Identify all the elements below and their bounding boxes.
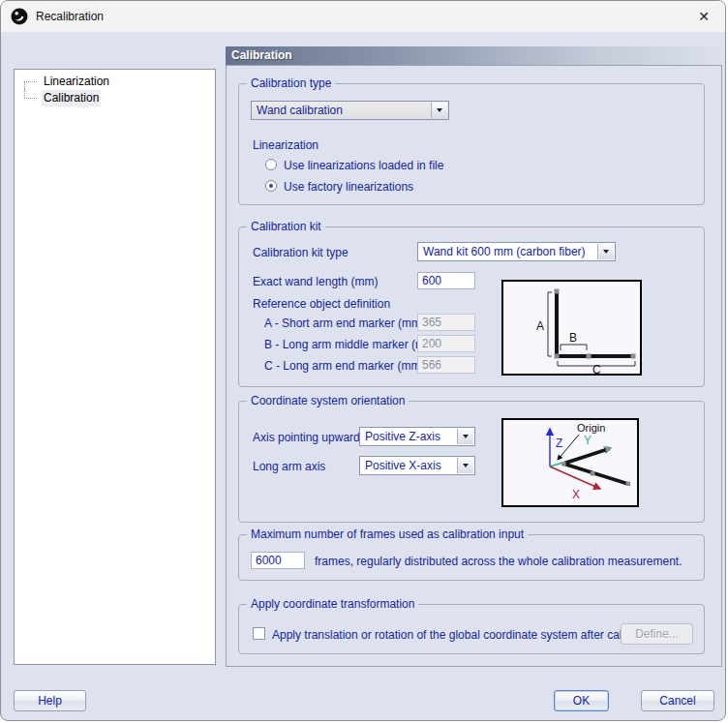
group-calibration-type: Calibration type Wand calibration Linear… xyxy=(238,83,705,205)
long-arm-axis-label: Long arm axis xyxy=(253,460,325,473)
radio-linearizations-loaded[interactable] xyxy=(265,159,277,170)
dropdown-button[interactable] xyxy=(597,244,614,259)
chevron-down-icon xyxy=(437,108,442,112)
radio-label-factory-linearizations: Use factory linearizations xyxy=(284,180,413,194)
long-arm-axis-combo[interactable]: Positive X-axis xyxy=(359,456,475,475)
axis-label-x: X xyxy=(572,488,580,501)
wand-label-b: B xyxy=(569,331,577,345)
dropdown-button[interactable] xyxy=(457,458,473,473)
section-header: Calibration xyxy=(226,46,722,65)
content-panel: Calibration type Wand calibration Linear… xyxy=(226,65,722,667)
tree-connector xyxy=(24,98,37,99)
window-title: Recalibration xyxy=(36,10,104,23)
cancel-button-label: Cancel xyxy=(659,694,695,708)
marker-c-input xyxy=(417,356,475,374)
cancel-button[interactable]: Cancel xyxy=(641,690,714,711)
chevron-down-icon xyxy=(463,464,469,467)
titlebar: Recalibration ✕ xyxy=(1,1,725,32)
linearization-label: Linearization xyxy=(253,138,318,152)
long-arm-axis-value: Positive X-axis xyxy=(365,459,441,472)
group-coordinate-system: Coordinate system orientation Axis point… xyxy=(238,401,705,523)
tree-item-label: Linearization xyxy=(42,74,111,90)
chevron-down-icon xyxy=(463,435,469,438)
axis-label-z: Z xyxy=(556,437,562,450)
kit-type-combo[interactable]: Wand kit 600 mm (carbon fiber) xyxy=(417,242,616,261)
marker-c-label: C - Long arm end marker (mm) xyxy=(264,359,424,373)
kit-type-label: Calibration kit type xyxy=(253,246,349,259)
marker-b-label: B - Long arm middle marker (mm) xyxy=(264,338,439,351)
section-title: Calibration xyxy=(231,48,292,62)
help-button-label: Help xyxy=(38,694,62,708)
wand-diagram: A B C xyxy=(501,280,642,376)
apply-transformation-label: Apply translation or rotation of the glo… xyxy=(272,628,644,642)
group-title: Calibration kit xyxy=(247,220,325,233)
close-icon: ✕ xyxy=(698,9,710,24)
origin-label: Origin xyxy=(577,422,605,434)
group-title: Calibration type xyxy=(247,76,335,90)
marker-b-input xyxy=(417,335,475,352)
group-title: Coordinate system orientation xyxy=(247,394,409,407)
marker-a-input xyxy=(417,314,475,331)
define-button: Define... xyxy=(621,623,693,645)
reference-object-label: Reference object definition xyxy=(253,297,390,311)
close-button[interactable]: ✕ xyxy=(682,1,725,32)
settings-tree: Linearization Calibration xyxy=(14,69,216,665)
tree-item-calibration[interactable]: Calibration xyxy=(15,90,215,106)
define-button-label: Define... xyxy=(635,627,679,641)
app-icon xyxy=(11,8,28,25)
axes-diagram: Z Y X Origin xyxy=(501,418,639,507)
ok-button-label: OK xyxy=(573,694,590,708)
group-max-frames: Maximum number of frames used as calibra… xyxy=(238,534,705,581)
wand-label-a: A xyxy=(536,319,544,333)
group-title: Apply coordinate transformation xyxy=(247,597,418,611)
group-calibration-kit: Calibration kit Calibration kit type Wan… xyxy=(238,226,705,387)
apply-transformation-checkbox[interactable] xyxy=(253,627,265,640)
chevron-down-icon xyxy=(603,250,609,254)
dropdown-button[interactable] xyxy=(431,103,447,118)
group-apply-transformation: Apply coordinate transformation Apply tr… xyxy=(238,604,705,654)
axis-label-y: Y xyxy=(584,434,592,447)
wand-length-input[interactable] xyxy=(417,272,475,289)
wand-length-label: Exact wand length (mm) xyxy=(253,275,378,288)
help-button[interactable]: Help xyxy=(14,690,86,711)
tree-item-linearization[interactable]: Linearization xyxy=(15,74,215,90)
max-frames-input[interactable] xyxy=(251,552,305,569)
max-frames-description: frames, regularly distributed across the… xyxy=(315,555,682,568)
wand-label-c: C xyxy=(592,363,601,376)
up-axis-value: Positive Z-axis xyxy=(365,430,440,443)
recalibration-dialog: Recalibration ✕ Linearization Calibratio… xyxy=(0,0,726,721)
kit-type-value: Wand kit 600 mm (carbon fiber) xyxy=(423,245,586,258)
ok-button[interactable]: OK xyxy=(554,690,609,711)
tree-connector xyxy=(24,89,25,98)
up-axis-label: Axis pointing upwards xyxy=(253,431,366,444)
dropdown-button[interactable] xyxy=(457,429,473,444)
calibration-type-combo[interactable]: Wand calibration xyxy=(251,101,449,120)
tree-item-label: Calibration xyxy=(42,90,101,106)
radio-factory-linearizations[interactable] xyxy=(265,180,277,192)
up-axis-combo[interactable]: Positive Z-axis xyxy=(359,427,475,446)
group-title: Maximum number of frames used as calibra… xyxy=(247,527,528,541)
radio-label-linearizations-loaded: Use linearizations loaded in file xyxy=(284,159,443,172)
calibration-type-value: Wand calibration xyxy=(257,104,343,117)
marker-a-label: A - Short arm end marker (mm) xyxy=(264,316,425,330)
tree-connector xyxy=(24,81,37,82)
